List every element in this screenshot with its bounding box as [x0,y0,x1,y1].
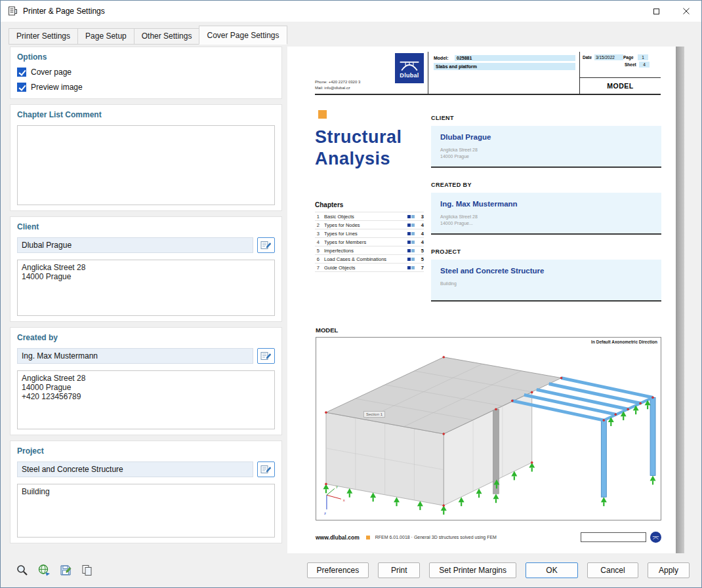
steel-column [650,397,655,475]
copy-settings-button[interactable] [77,562,97,579]
project-description-textarea[interactable]: Building [17,484,275,538]
cover-title-line1: Structural [315,127,402,148]
save-edit-icon [59,564,72,577]
chapter-row: 5Imperfections5 [315,246,424,255]
edit-form-icon [260,241,272,250]
chapter-list: Chapters 1Basic Objects3 2Types for Node… [315,201,424,272]
dialog-footer: Preferences Print Set Printer Margins OK… [1,553,701,587]
created-by-section-box: Ing. Max Mustermann Anglicka Street 28 1… [431,193,661,235]
tab-printer-settings[interactable]: Printer Settings [9,28,78,45]
web-export-button[interactable] [34,562,54,579]
model-number: 025881 [455,55,575,61]
project-section-heading: PROJECT [431,248,661,255]
footer-accent-square [366,536,370,539]
model-preview-box: x y z In Default Axonometric Direction S… [316,337,661,520]
action-buttons: Preferences Print Set Printer Margins OK… [307,562,690,578]
created-by-name-input[interactable] [17,348,253,364]
cover-page-preview-pane: Dlubal Phone: +420 2272 0320 3 Mail: inf… [287,47,684,555]
chapter-label: Imperfections [324,248,407,254]
edit-created-by-button[interactable] [257,348,275,364]
cover-page-checkbox[interactable] [17,68,26,77]
chapter-label: Basic Objects [324,214,407,220]
chapter-page: 4 [417,222,424,228]
tab-page-setup[interactable]: Page Setup [77,28,134,45]
chapter-page-marker [407,258,415,261]
support-arrow [493,494,499,503]
steel-beam [562,378,653,398]
client-group: Client Anglicka Street 28 14000 Prague [10,216,282,322]
date-value: 3/15/2022 [594,54,623,60]
axis-y-label: y [336,484,338,488]
chapter-list-comment-group: Chapter List Comment [10,104,282,211]
steel-column [601,420,606,497]
created-by-section-heading: CREATED BY [431,182,661,188]
close-button[interactable] [671,1,701,22]
accent-square [318,110,327,119]
cover-page-label: Cover page [31,68,72,77]
client-section-heading: CLIENT [431,115,661,121]
close-icon [683,8,690,14]
chapter-page-marker [407,249,415,252]
chapter-label: Load Cases & Combinations [324,256,407,262]
chapter-page: 5 [417,256,424,262]
date-label: Date [583,55,594,60]
chapter-page: 7 [417,265,424,271]
chapter-page-marker [407,232,415,235]
preview-scrollbar[interactable] [676,47,684,555]
bridge-icon [652,535,659,540]
created-by-section: CREATED BY Ing. Max Mustermann Anglicka … [431,182,661,235]
preview-header-left: Dlubal Phone: +420 2272 0320 3 Mail: inf… [315,52,428,94]
tab-other-settings[interactable]: Other Settings [134,28,200,45]
footer-dlubal-logo [650,532,661,543]
cover-title-line2: Analysis [315,148,402,170]
preview-header-meta-cell: Date 3/15/2022 Page 1 Sheet 4 MODEL [579,52,661,94]
model-label: Model: [434,56,455,60]
print-button[interactable]: Print [378,562,420,578]
page-footer: www.dlubal.com RFEM 6.01.0018 · General … [316,532,661,543]
edit-client-button[interactable] [257,237,275,253]
chapter-number: 5 [315,248,324,254]
tab-cover-page-settings[interactable]: Cover Page Settings [199,26,287,45]
created-by-group: Created by Anglicka Street 28 14000 Prag… [10,327,282,435]
cover-title: Structural Analysis [315,127,402,170]
client-address-textarea[interactable]: Anglicka Street 28 14000 Prague [17,260,275,316]
sheet-value: 4 [639,62,650,68]
email-line: Mail: info@dlubal.cz [315,85,360,92]
cover-page-checkbox-row[interactable]: Cover page [17,68,275,77]
client-name-input[interactable] [17,237,253,253]
cover-page-preview: Dlubal Phone: +420 2272 0320 3 Mail: inf… [287,47,676,555]
project-description-line: Building [440,281,652,287]
title-bar[interactable]: Printer & Page Settings [1,1,701,22]
ok-button[interactable]: OK [526,562,578,578]
chapter-list-comment-textarea[interactable] [17,125,275,205]
project-group-title: Project [17,446,275,456]
chapter-row: 7Guide Objects7 [315,264,424,272]
cancel-button[interactable]: Cancel [587,562,638,578]
set-printer-margins-button[interactable]: Set Printer Margins [429,562,516,578]
preferences-button[interactable]: Preferences [307,562,369,578]
window-controls [641,1,701,22]
support-arrow [601,497,607,506]
cover-page-settings-panel: Options Cover page Preview image Chapter… [10,47,282,543]
chapter-row: 4Types for Members4 [315,238,424,246]
phone-line: Phone: +420 2272 0320 3 [315,79,360,86]
zoom-preview-button[interactable] [12,562,32,579]
save-settings-button[interactable] [56,562,75,579]
page-label: Page [623,55,638,60]
footer-program-info: RFEM 6.01.0018 · General 3D structures s… [375,535,497,539]
chapter-label: Types for Lines [324,231,407,237]
created-by-address-line2: 14000 Prague... [440,220,652,227]
chapter-label: Guide Objects [324,265,407,271]
project-name-input[interactable] [17,461,253,477]
client-section-box: Dlubal Prague Anglicka Street 28 14000 P… [431,126,661,168]
maximize-button[interactable] [641,1,671,22]
dlubal-logo: Dlubal [395,53,424,83]
preview-image-checkbox-row[interactable]: Preview image [17,83,275,92]
chapter-number: 6 [315,256,324,262]
preview-image-checkbox[interactable] [17,83,26,92]
support-arrow [370,492,376,501]
chapter-row: 6Load Cases & Combinations5 [315,255,424,264]
apply-button[interactable]: Apply [648,562,690,578]
edit-project-button[interactable] [257,461,275,477]
created-by-address-textarea[interactable]: Anglicka Street 28 14000 Prague +420 123… [17,370,275,429]
